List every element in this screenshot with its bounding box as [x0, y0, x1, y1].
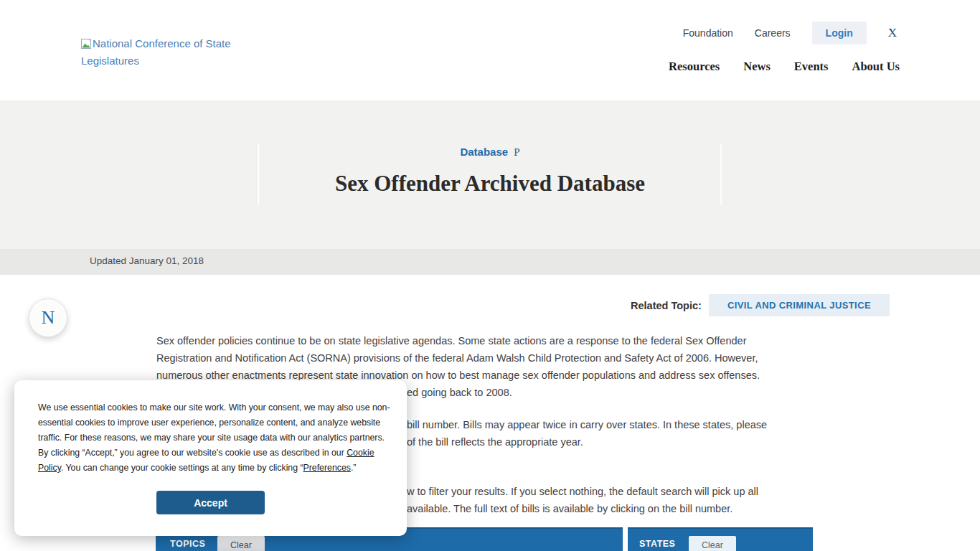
cookie-text-segment: .”: [351, 463, 357, 473]
search-glyph[interactable]: X: [888, 26, 897, 40]
cookie-text-line: essential cookies to improve user experi…: [38, 415, 390, 430]
page-title: Sex Offender Archived Database: [0, 171, 980, 197]
login-button[interactable]: Login: [812, 22, 867, 44]
updated-date: Updated January 01, 2018: [90, 255, 204, 266]
cookie-text-segment: essential cookies to improve user experi…: [38, 418, 380, 428]
related-topic-label: Related Topic:: [631, 300, 702, 311]
cookie-text-line: traffic. For these reasons, we may share…: [38, 430, 390, 446]
broken-image-icon: [81, 39, 91, 49]
cookie-consent-text: We use essential cookies to make our sit…: [38, 400, 390, 476]
breadcrumb-chevron-glyph: P: [514, 146, 519, 158]
topics-panel-title: TOPICS: [170, 539, 205, 549]
main-nav-news[interactable]: News: [743, 60, 771, 74]
article-text-line: Registration and Notification Act (SORNA…: [156, 349, 831, 367]
main-nav-resources[interactable]: Resources: [669, 60, 720, 74]
site-logo-alt-text: National Conference of State Legislature…: [81, 37, 231, 67]
cookie-text-segment: traffic. For these reasons, we may share…: [38, 433, 385, 443]
related-topic-row: Related Topic: CIVIL AND CRIMINAL JUSTIC…: [0, 295, 890, 316]
related-topic-badge[interactable]: CIVIL AND CRIMINAL JUSTICE: [709, 294, 890, 316]
main-nav: ResourcesNewsEventsAbout Us: [669, 60, 900, 74]
cookie-policy-link[interactable]: Policy: [38, 463, 61, 473]
cookie-policy-link[interactable]: Cookie: [347, 448, 374, 458]
cookie-text-line: Policy. You can change your cookie setti…: [38, 461, 390, 476]
cookie-text-segment: By clicking “Accept,” you agree to our w…: [38, 448, 347, 458]
cookie-consent-dialog: We use essential cookies to make our sit…: [14, 380, 407, 536]
site-header: National Conference of State Legislature…: [0, 0, 980, 100]
breadcrumb: Database P: [0, 146, 980, 159]
topics-clear-button[interactable]: Clear: [217, 536, 265, 551]
preferences-link[interactable]: Preferences: [303, 463, 351, 473]
article-text-line: Sex offender policies continue to be on …: [156, 332, 831, 349]
cookie-text-segment: We use essential cookies to make our sit…: [38, 402, 390, 413]
states-filter-panel: STATES Clear: [628, 527, 813, 551]
utility-nav-items: FoundationCareers: [683, 27, 791, 39]
utility-nav-foundation[interactable]: Foundation: [683, 27, 733, 39]
cookie-text-line: We use essential cookies to make our sit…: [38, 400, 390, 415]
meta-bar: Updated January 01, 2018: [0, 249, 980, 275]
main-nav-events[interactable]: Events: [794, 60, 829, 74]
main-nav-about-us[interactable]: About Us: [852, 60, 900, 74]
breadcrumb-database-link[interactable]: Database: [460, 146, 508, 158]
states-panel-title: STATES: [639, 539, 675, 549]
utility-nav: FoundationCareers Login X: [683, 22, 897, 44]
cookie-text-line: By clicking “Accept,” you agree to our w…: [38, 446, 390, 461]
page: National Conference of State Legislature…: [0, 0, 980, 551]
cookie-accept-button[interactable]: Accept: [156, 491, 265, 514]
utility-nav-careers[interactable]: Careers: [755, 27, 791, 39]
site-logo-link[interactable]: National Conference of State Legislature…: [81, 35, 253, 70]
hero-section: Database P Sex Offender Archived Databas…: [0, 100, 980, 249]
states-clear-button[interactable]: Clear: [689, 536, 736, 551]
cookie-text-segment: . You can change your cookie settings at…: [61, 463, 303, 473]
